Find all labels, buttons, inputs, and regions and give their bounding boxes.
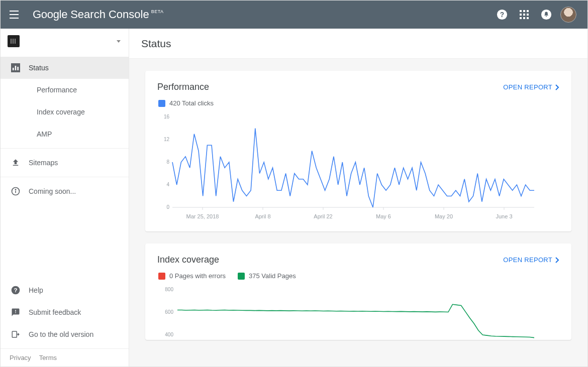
exit-icon <box>10 328 22 340</box>
apps-icon[interactable] <box>514 5 534 25</box>
main-content: Status Performance OPEN REPORT 420 <box>129 29 587 366</box>
svg-text:Mar 25, 2018: Mar 25, 2018 <box>186 213 219 219</box>
sidebar-item-old-version[interactable]: Go to the old version <box>1 323 129 345</box>
sidebar-item-label: Status <box>29 64 49 72</box>
footer-links: Privacy Terms <box>1 348 129 366</box>
legend-swatch-icon <box>158 273 165 280</box>
sidebar-item-performance[interactable]: Performance <box>1 79 129 101</box>
sidebar-item-label: Performance <box>37 86 77 94</box>
sidebar-item-index-coverage[interactable]: Index coverage <box>1 101 129 123</box>
svg-rect-6 <box>17 67 19 70</box>
index-coverage-card: Index coverage OPEN REPORT 0 Pages with … <box>145 243 571 340</box>
open-report-button[interactable]: OPEN REPORT <box>503 83 559 91</box>
card-title: Performance <box>157 82 209 92</box>
page-title: Status <box>141 38 171 50</box>
privacy-link[interactable]: Privacy <box>10 354 31 361</box>
svg-text:?: ? <box>14 287 17 293</box>
chevron-down-icon <box>117 40 121 43</box>
legend-errors: 0 Pages with errors <box>158 272 226 280</box>
sidebar-item-label: Go to the old version <box>29 330 93 338</box>
svg-text:?: ? <box>500 11 504 19</box>
beta-badge: BETA <box>151 9 164 14</box>
svg-text:0: 0 <box>166 204 169 210</box>
legend-label: 0 Pages with errors <box>169 272 226 280</box>
sidebar-item-label: Index coverage <box>37 108 85 116</box>
logo-search-console: Search Console <box>70 8 149 21</box>
performance-chart: 0481216Mar 25, 2018April 8April 22May 6M… <box>157 112 559 222</box>
sidebar-item-label: Help <box>29 286 43 294</box>
bar-chart-icon <box>10 62 22 74</box>
sidebar-item-coming-soon: Coming soon... <box>1 180 129 202</box>
card-title: Index coverage <box>157 255 219 265</box>
svg-text:800: 800 <box>165 287 173 292</box>
sidebar: Status Performance Index coverage AMP <box>1 29 129 366</box>
sidebar-item-label: Sitemaps <box>29 159 58 167</box>
sidebar-item-status[interactable]: Status <box>1 57 129 79</box>
legend-swatch-icon <box>158 100 165 107</box>
sidebar-item-label: Submit feedback <box>29 308 81 316</box>
product-logo: Google Search Console BETA <box>33 8 164 21</box>
svg-text:4: 4 <box>166 182 169 187</box>
help-circle-icon: ? <box>10 284 22 296</box>
upload-icon <box>10 157 22 169</box>
svg-text:400: 400 <box>165 332 173 337</box>
svg-text:600: 600 <box>165 309 173 315</box>
legend-valid: 375 Valid Pages <box>238 272 296 280</box>
svg-point-9 <box>15 189 16 190</box>
svg-text:May 20: May 20 <box>435 213 453 219</box>
svg-text:8: 8 <box>166 159 169 165</box>
open-report-button[interactable]: OPEN REPORT <box>503 256 559 264</box>
sidebar-item-label: Coming soon... <box>29 187 76 195</box>
info-icon <box>10 185 22 197</box>
legend-label: 375 Valid Pages <box>249 272 296 280</box>
terms-link[interactable]: Terms <box>39 354 57 361</box>
property-selector[interactable] <box>1 29 129 54</box>
feedback-icon <box>10 306 22 318</box>
index-coverage-chart: 400600800 <box>157 285 559 340</box>
svg-rect-4 <box>13 68 14 70</box>
legend-swatch-icon <box>238 273 245 280</box>
help-icon[interactable]: ? <box>492 5 512 25</box>
sidebar-item-sitemaps[interactable]: Sitemaps <box>1 152 129 174</box>
logo-google: Google <box>33 8 67 21</box>
sidebar-item-help[interactable]: ? Help <box>1 279 129 301</box>
svg-text:April 8: April 8 <box>255 213 270 219</box>
legend-total-clicks: 420 Total clicks <box>158 99 214 107</box>
account-avatar[interactable] <box>558 5 578 25</box>
notifications-icon[interactable] <box>536 5 556 25</box>
svg-text:April 22: April 22 <box>314 213 332 219</box>
app-header: Google Search Console BETA ? <box>1 1 587 29</box>
chevron-right-icon <box>555 257 559 263</box>
sidebar-item-amp[interactable]: AMP <box>1 123 129 145</box>
property-thumbnail <box>8 35 20 47</box>
svg-text:16: 16 <box>164 114 170 119</box>
performance-card: Performance OPEN REPORT 420 Total clicks <box>145 71 571 231</box>
sidebar-item-label: AMP <box>37 130 52 138</box>
svg-rect-12 <box>12 331 17 337</box>
menu-icon[interactable] <box>10 9 22 21</box>
svg-text:12: 12 <box>164 137 170 142</box>
svg-rect-5 <box>15 66 17 70</box>
legend-label: 420 Total clicks <box>169 99 214 107</box>
svg-text:May 6: May 6 <box>376 213 391 219</box>
chevron-right-icon <box>555 84 559 90</box>
sidebar-item-feedback[interactable]: Submit feedback <box>1 301 129 323</box>
page-header: Status <box>129 29 587 59</box>
svg-text:June 3: June 3 <box>496 213 512 219</box>
